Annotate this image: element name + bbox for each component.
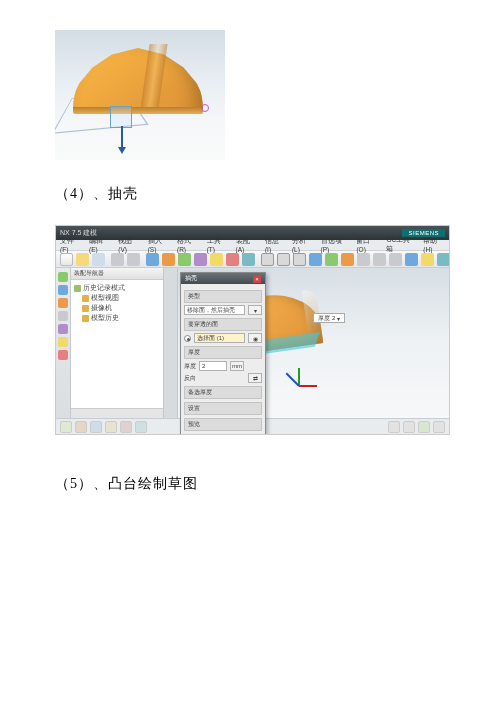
more-icon[interactable]	[357, 253, 370, 266]
menu-item[interactable]: 视图(V)	[118, 237, 139, 253]
cad-screenshot: NX 7.5 建模 SIEMENS 文件(F) 编辑(E) 视图(V) 插入(S…	[55, 225, 450, 435]
nav-tab-icon[interactable]	[58, 272, 68, 282]
section-type[interactable]: 类型	[184, 290, 262, 303]
render-icon[interactable]	[105, 421, 117, 433]
section-thickness[interactable]: 厚度	[184, 346, 262, 359]
layer-icon[interactable]	[421, 253, 434, 266]
unite-icon[interactable]	[226, 253, 239, 266]
part-tab-icon[interactable]	[58, 285, 68, 295]
more2-icon[interactable]	[373, 253, 386, 266]
thickness-callout[interactable]: 厚度 2 ▾	[313, 313, 345, 323]
navigator-tree[interactable]: 历史记录模式 模型视图 摄像机 模型历史	[71, 280, 163, 408]
status-tool-icon[interactable]	[388, 421, 400, 433]
menu-item[interactable]: 文件(F)	[60, 237, 81, 253]
tree-row[interactable]: 模型视图	[74, 293, 160, 303]
shell-dialog[interactable]: 抽壳 × 类型 移除面，然后抽壳 ▾ 要穿透的面 选择面 (1) ◉ 厚度 厚度…	[180, 272, 266, 435]
menu-item[interactable]: 装配(A)	[236, 237, 257, 253]
reuse-tab-icon[interactable]	[58, 298, 68, 308]
section-face[interactable]: 要穿透的面	[184, 318, 262, 331]
thickness-label: 厚度	[184, 362, 196, 371]
datum-icon[interactable]	[261, 253, 274, 266]
toolbar-row-1	[56, 251, 449, 268]
tree-row[interactable]: 摄像机	[74, 303, 160, 313]
menu-item[interactable]: 工具(T)	[207, 237, 228, 253]
wcs-icon[interactable]	[90, 421, 102, 433]
face-select-icon[interactable]: ◉	[248, 333, 262, 343]
mirror-icon[interactable]	[341, 253, 354, 266]
caption-step4: （4）、抽壳	[55, 185, 450, 203]
status-tool-icon[interactable]	[403, 421, 415, 433]
figure-small-render	[55, 30, 225, 160]
node-icon	[82, 295, 89, 302]
view-icon[interactable]	[405, 253, 418, 266]
dependency-bar[interactable]	[164, 268, 178, 418]
chevron-down-icon[interactable]: ▾	[248, 305, 262, 315]
hole-icon[interactable]	[194, 253, 207, 266]
callout-value: 2	[332, 315, 335, 321]
dialog-title: 抽壳	[185, 274, 197, 283]
face-selection-field[interactable]: 选择面 (1)	[194, 333, 245, 343]
callout-label: 厚度	[318, 314, 330, 323]
type-dropdown[interactable]: 移除面，然后抽壳	[184, 305, 245, 315]
ie-tab-icon[interactable]	[58, 350, 68, 360]
extrude-icon[interactable]	[162, 253, 175, 266]
select-face-radio[interactable]	[184, 335, 191, 342]
section-preview[interactable]: 预览	[184, 418, 262, 431]
menu-item[interactable]: GC工具箱	[386, 236, 415, 254]
reverse-label: 反向	[184, 374, 196, 383]
menu-item[interactable]: 分析(L)	[292, 237, 313, 253]
menu-item[interactable]: 首选项(P)	[321, 237, 349, 253]
shell-icon[interactable]	[242, 253, 255, 266]
fit-icon[interactable]	[120, 421, 132, 433]
undo-icon[interactable]	[111, 253, 124, 266]
edge-blend-icon[interactable]	[277, 253, 290, 266]
measure-icon[interactable]	[437, 253, 449, 266]
menu-item[interactable]: 插入(S)	[148, 237, 169, 253]
dialog-titlebar[interactable]: 抽壳 ×	[181, 273, 265, 284]
snap-icon[interactable]	[60, 421, 72, 433]
reverse-direction-icon[interactable]: ⇄	[248, 373, 262, 383]
caption-step5: （5）、凸台绘制草图	[55, 475, 450, 493]
node-icon	[82, 315, 89, 322]
open-icon[interactable]	[76, 253, 89, 266]
unit-dropdown[interactable]: mm	[230, 361, 244, 371]
navigator-header: 装配导航器	[71, 268, 163, 280]
close-icon[interactable]: ×	[253, 275, 261, 283]
magenta-point	[201, 104, 209, 112]
status-tool-icon[interactable]	[418, 421, 430, 433]
navigator-panel: 装配导航器 历史记录模式 模型视图 摄像机 模型历史	[71, 268, 164, 418]
menu-item[interactable]: 窗口(O)	[356, 237, 378, 253]
zoom-icon[interactable]	[135, 421, 147, 433]
menu-item[interactable]: 信息(I)	[265, 237, 284, 253]
navigator-footer	[71, 408, 163, 418]
chamfer-icon[interactable]	[293, 253, 306, 266]
resource-bar[interactable]	[56, 268, 71, 418]
history-tab-icon[interactable]	[58, 311, 68, 321]
menu-item[interactable]: 格式(R)	[177, 237, 199, 253]
axis-arrow	[121, 126, 123, 148]
tree-row[interactable]: 历史记录模式	[74, 283, 160, 293]
x-axis-icon	[299, 385, 317, 387]
menu-item[interactable]: 帮助(H)	[423, 237, 445, 253]
tree-row[interactable]: 模型历史	[74, 313, 160, 323]
folder-icon	[74, 285, 81, 292]
new-icon[interactable]	[60, 253, 73, 266]
filter-icon[interactable]	[75, 421, 87, 433]
revolve-icon[interactable]	[178, 253, 191, 266]
menu-item[interactable]: 编辑(E)	[89, 237, 110, 253]
trim-icon[interactable]	[309, 253, 322, 266]
draft-icon[interactable]	[325, 253, 338, 266]
menu-bar[interactable]: 文件(F) 编辑(E) 视图(V) 插入(S) 格式(R) 工具(T) 装配(A…	[56, 240, 449, 251]
save-icon[interactable]	[92, 253, 105, 266]
thickness-input[interactable]: 2	[199, 361, 227, 371]
redo-icon[interactable]	[127, 253, 140, 266]
section-settings[interactable]: 设置	[184, 402, 262, 415]
hd3d-tab-icon[interactable]	[58, 337, 68, 347]
more3-icon[interactable]	[389, 253, 402, 266]
sketch-icon[interactable]	[146, 253, 159, 266]
chevron-down-icon[interactable]: ▾	[337, 315, 340, 322]
roles-tab-icon[interactable]	[58, 324, 68, 334]
section-other[interactable]: 备选厚度	[184, 386, 262, 399]
pattern-icon[interactable]	[210, 253, 223, 266]
status-tool-icon[interactable]	[433, 421, 445, 433]
